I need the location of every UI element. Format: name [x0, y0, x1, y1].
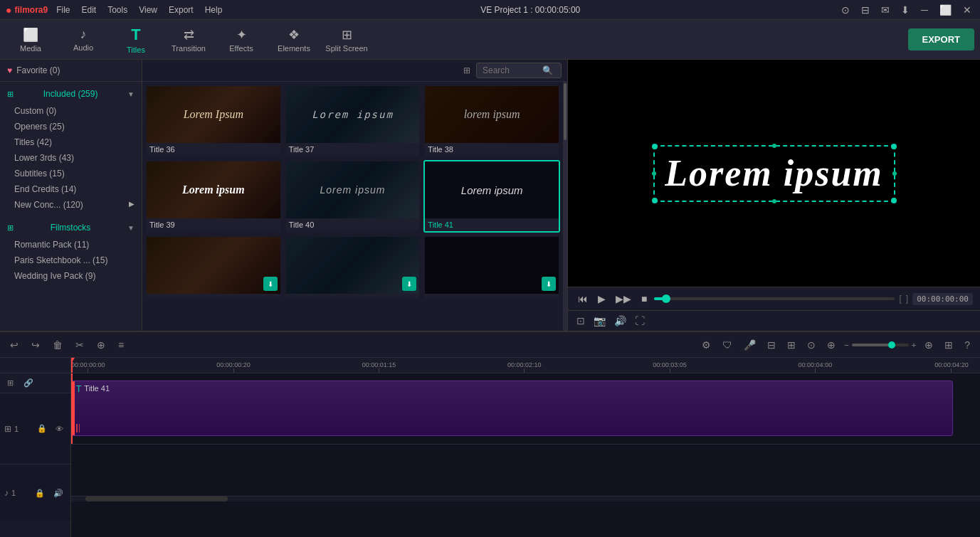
mic-btn[interactable]: 🎤	[741, 338, 759, 352]
add-track-btn[interactable]: ⊕	[922, 338, 936, 352]
toolbar-audio[interactable]: ♪ Audio	[58, 22, 108, 58]
grid-item-title36[interactable]: Lorem Ipsum Title 36	[145, 85, 282, 157]
search-input[interactable]	[483, 65, 539, 75]
split-btn[interactable]: ⊕	[824, 338, 838, 352]
progress-bar[interactable]	[654, 297, 895, 300]
sidebar-item-wedding[interactable]: Wedding Ive Pack (9)	[0, 268, 142, 284]
toolbar-media[interactable]: ⬜ Media	[6, 22, 56, 58]
selection-handle-mr[interactable]	[892, 171, 897, 176]
grid-layout-icon[interactable]: ⊞	[463, 65, 470, 75]
cut-button[interactable]: ✂	[73, 338, 87, 352]
toolbar-splitscreen[interactable]: ⊞ Split Screen	[322, 22, 372, 58]
snap-button[interactable]: ⊞	[4, 377, 16, 389]
sidebar-item-romantic[interactable]: Romantic Pack (11)	[0, 237, 142, 252]
detach-btn[interactable]: ⊟	[764, 338, 779, 352]
playhead[interactable]	[71, 358, 73, 373]
selection-handle-tl[interactable]	[652, 144, 658, 149]
close-button[interactable]: ✕	[960, 4, 974, 16]
toolbar-transition[interactable]: ⇄ Transition	[164, 22, 214, 58]
sidebar-item-openers[interactable]: Openers (25)	[0, 119, 142, 134]
snapshot-button[interactable]: 📷	[592, 314, 607, 328]
selection-handle-ml[interactable]	[652, 171, 656, 176]
fullscreen-button[interactable]: ⛶	[633, 314, 646, 328]
h-scrollbar-thumb[interactable]	[85, 496, 228, 501]
audio-button[interactable]: 🔊	[613, 314, 628, 328]
timeline-settings-btn[interactable]: ⚙	[699, 338, 714, 352]
settings-button[interactable]: ≡	[115, 338, 127, 352]
skip-back-button[interactable]: ⏮	[575, 292, 591, 306]
sidebar-favorite[interactable]: ♥ Favorite (0)	[0, 60, 142, 82]
selection-handle-tr[interactable]	[891, 144, 897, 149]
grid-item-title43[interactable]: ⬇	[285, 235, 421, 299]
grid-label-title44	[425, 294, 559, 298]
sidebar-item-custom[interactable]: Custom (0)	[0, 103, 142, 119]
menu-export[interactable]: Export	[169, 5, 194, 15]
account-icon[interactable]: ⊙	[838, 4, 853, 16]
selection-box[interactable]	[653, 145, 895, 202]
sidebar-item-lower3rds[interactable]: Lower 3rds (43)	[0, 150, 142, 166]
menu-bar[interactable]: File Edit Tools View Export Help	[56, 5, 222, 15]
menu-file[interactable]: File	[56, 5, 70, 15]
message-icon[interactable]: ✉	[878, 4, 892, 16]
lock-video-btn[interactable]: 🔒	[34, 422, 50, 435]
toolbar-effects[interactable]: ✦ Effects	[216, 22, 266, 58]
zoom-out-icon[interactable]: −	[844, 341, 848, 349]
delete-button[interactable]: 🗑	[50, 338, 65, 352]
sidebar-item-paris[interactable]: Paris Sketchbook ... (15)	[0, 252, 142, 268]
export-button[interactable]: EXPORT	[908, 28, 974, 50]
audio-track-area[interactable]	[71, 445, 980, 501]
grid-item-title42[interactable]: ⬇	[145, 235, 282, 299]
video-track-area[interactable]: T Title 41	[71, 373, 980, 445]
layout-icon[interactable]: ⊟	[858, 4, 873, 16]
title-clip[interactable]: T Title 41	[71, 381, 953, 436]
grid-item-title39[interactable]: Lorem ipsum Title 39	[145, 160, 282, 233]
redo-button[interactable]: ↪	[28, 338, 43, 352]
undo-button[interactable]: ↩	[7, 338, 21, 352]
grid-scrollbar[interactable]	[563, 82, 567, 331]
selection-handle-bm[interactable]	[772, 199, 776, 203]
pip-button[interactable]: ⊡	[575, 314, 586, 328]
selection-handle-br[interactable]	[891, 198, 897, 203]
grid-item-title38[interactable]: lorem ipsum Title 38	[423, 85, 560, 157]
search-box[interactable]: 🔍	[476, 63, 562, 78]
link-button[interactable]: 🔗	[21, 377, 36, 389]
bracket-left-icon: [	[899, 294, 901, 304]
menu-help[interactable]: Help	[205, 5, 223, 15]
selection-handle-bl[interactable]	[652, 198, 658, 203]
grid-item-title40[interactable]: Lorem ipsum Title 40	[285, 160, 421, 233]
columns-btn[interactable]: ⊞	[942, 338, 956, 352]
grid-item-title41[interactable]: Lorem ipsum Title 41	[423, 160, 560, 233]
maximize-button[interactable]: ⬜	[937, 4, 954, 16]
play-button[interactable]: ▶	[595, 292, 608, 306]
stop-button[interactable]: ■	[638, 292, 650, 306]
sidebar-item-titles[interactable]: Titles (42)	[0, 134, 142, 150]
download-icon[interactable]: ⬇	[898, 4, 912, 16]
toolbar-elements[interactable]: ❖ Elements	[269, 22, 319, 58]
volume-audio-btn[interactable]: 🔊	[51, 487, 66, 499]
lock-audio-btn[interactable]: 🔒	[32, 487, 48, 499]
help-btn[interactable]: ?	[961, 338, 973, 352]
selection-handle-tm[interactable]	[772, 144, 776, 148]
shield-btn[interactable]: 🛡	[720, 338, 735, 352]
minimize-button[interactable]: ─	[918, 4, 931, 16]
speed-btn[interactable]: ⊙	[804, 338, 818, 352]
sidebar-header-included[interactable]: ⊞ Included (259) ▼	[0, 85, 142, 103]
sidebar-item-newconc[interactable]: New Conc... (120) ▶	[0, 197, 142, 213]
grid-item-title37[interactable]: Lorem ipsum Title 37	[285, 85, 421, 157]
sidebar-item-subtitles[interactable]: Subtitles (15)	[0, 166, 142, 181]
sidebar-item-endcredits[interactable]: End Credits (14)	[0, 181, 142, 197]
menu-tools[interactable]: Tools	[107, 5, 127, 15]
menu-view[interactable]: View	[139, 5, 157, 15]
zoom-track[interactable]	[852, 344, 909, 346]
toolbar-titles[interactable]: T Titles	[111, 22, 161, 58]
zoom-in-icon[interactable]: +	[912, 341, 916, 349]
sidebar-header-filmstocks[interactable]: ⊞ Filmstocks ▼	[0, 218, 142, 237]
h-scrollbar[interactable]	[71, 496, 980, 501]
grid-item-title44[interactable]: ⬇	[423, 235, 560, 299]
crop-btn[interactable]: ⊞	[784, 338, 799, 352]
addtime-button[interactable]: ⊕	[94, 338, 108, 352]
fast-forward-button[interactable]: ▶▶	[613, 292, 634, 306]
window-controls[interactable]: ⊙ ⊟ ✉ ⬇ ─ ⬜ ✕	[838, 4, 974, 16]
menu-edit[interactable]: Edit	[82, 5, 97, 15]
visibility-video-btn[interactable]: 👁	[53, 422, 66, 435]
